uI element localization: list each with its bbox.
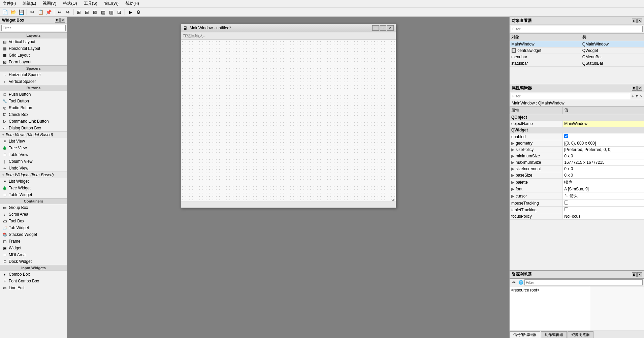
prop-row-objectname[interactable]: objectName MainWindow [510,121,644,127]
section-input-widgets[interactable]: Input Widgets [0,265,67,271]
widget-vertical-spacer[interactable]: ↕ Vertical Spacer [0,78,67,85]
canvas-area[interactable]: 🖥 MainWindow - untitled* ─ □ ✕ 在这里输入... … [67,17,509,338]
menu-edit[interactable]: 编辑(E) [21,0,37,7]
toolbar-new[interactable]: 📄 [1,8,9,16]
section-containers[interactable]: Containers [0,198,67,204]
object-inspector-filter-input[interactable] [511,26,643,32]
prop-mousetracking-checkbox[interactable] [564,201,568,205]
section-item-widgets[interactable]: ▾ Item Widgets (Item-Based) [0,172,67,178]
prop-row-mousetracking[interactable]: mouseTracking [510,200,644,207]
prop-row-sizeincrement[interactable]: ▶sizeIncrement 0 x 0 [510,166,644,172]
basesize-expand[interactable]: ▶ [511,173,514,178]
widget-group-box[interactable]: ▭ Group Box [0,204,67,211]
toolbar-layout3[interactable]: ⊠ [91,8,99,16]
menu-view[interactable]: 视图(V) [41,0,58,7]
widget-list-view[interactable]: ≡ List View [0,138,67,145]
widget-push-button[interactable]: □ Push Button [0,91,67,98]
toolbar-layout4[interactable]: ▤ [99,8,107,16]
toolbar-settings[interactable]: ⚙ [135,8,142,16]
widget-form-layout[interactable]: ▧ Form Layout [0,59,67,65]
widget-tab-widget[interactable]: 📑 Tab Widget [0,224,67,231]
widget-stacked-widget[interactable]: 📚 Stacked Widget [0,231,67,238]
prop-tablettracking-checkbox[interactable] [564,207,568,211]
widget-tool-button[interactable]: 🔧 Tool Button [0,98,67,104]
toolbar-undo[interactable]: ↩ [56,8,63,16]
widget-tree-widget[interactable]: 🌲 Tree Widget [0,185,67,191]
widget-table-widget[interactable]: ⊞ Table Widget [0,191,67,198]
widget-list-widget[interactable]: ≡ List Widget [0,178,67,185]
widget-check-box[interactable]: ☑ Check Box [0,111,67,118]
sizepolicy-expand[interactable]: ▶ [511,147,514,152]
widget-tool-box[interactable]: 🗃 Tool Box [0,218,67,224]
widget-table-view[interactable]: ⊞ Table View [0,151,67,158]
menu-file[interactable]: 文件(F) [1,0,17,7]
form-minimize-btn[interactable]: ─ [372,25,379,31]
toolbar-copy[interactable]: 📋 [37,8,44,16]
prop-row-minimumsize[interactable]: ▶minimumSize 0 x 0 [510,153,644,159]
widget-line-edit[interactable]: ▭ Line Edit [0,284,67,291]
section-buttons[interactable]: Buttons [0,85,67,91]
prop-value-tablettracking[interactable] [563,207,644,213]
resource-browser-close-btn[interactable]: ✕ [637,272,642,277]
section-spacers[interactable]: Spacers [0,65,67,71]
object-inspector-close-btn[interactable]: ✕ [637,19,642,23]
maximumsize-expand[interactable]: ▶ [511,160,514,165]
widget-combo-box[interactable]: ▾ Combo Box [0,271,67,278]
widget-box-close-btn[interactable]: ✕ [60,18,65,23]
toolbar-open[interactable]: 📂 [9,8,17,16]
widget-horizontal-layout[interactable]: ▥ Horizontal Layout [0,45,67,52]
prop-row-enabled[interactable]: enabled [510,133,644,140]
minimumsize-expand[interactable]: ▶ [511,154,514,158]
widget-radio-button[interactable]: ◎ Radio Button [0,104,67,111]
widget-vertical-layout[interactable]: ▤ Vertical Layout [0,38,67,45]
resize-handle[interactable]: ◢ [392,197,395,201]
widget-command-link-button[interactable]: ▷ Command Link Button [0,118,67,125]
prop-row-palette[interactable]: ▶palette 继承 [510,179,644,186]
toolbar-layout1[interactable]: ⊞ [75,8,83,16]
geometry-expand[interactable]: ▶ [511,141,514,146]
resource-browser-float-btn[interactable]: ⊟ [632,272,637,277]
property-filter-input[interactable] [511,93,630,99]
widget-box-float-btn[interactable]: ⊟ [55,18,60,23]
widget-frame[interactable]: ▢ Frame [0,238,67,245]
prop-row-maximumsize[interactable]: ▶maximumSize 16777215 x 16777215 [510,159,644,166]
prop-enabled-checkbox[interactable] [564,134,568,138]
toolbar-cut[interactable]: ✂ [29,8,36,16]
section-item-views[interactable]: ▾ Item Views (Model-Based) [0,131,67,138]
menu-window[interactable]: 窗口(W) [103,0,120,7]
property-editor-close-btn[interactable]: ✕ [637,86,642,91]
toolbar-preview[interactable]: ▶ [127,8,134,16]
toolbar-redo[interactable]: ↪ [64,8,71,16]
toolbar-layout5[interactable]: ▥ [107,8,115,16]
cursor-expand[interactable]: ▶ [511,194,514,198]
tab-resource-browser[interactable]: 资源浏览器 [568,331,593,338]
prop-row-focuspolicy[interactable]: focusPolicy NoFocus [510,213,644,220]
property-add-btn[interactable]: + [632,93,634,99]
widget-horizontal-spacer[interactable]: ↔ Horizontal Spacer [0,71,67,78]
widget-box-filter-input[interactable] [1,25,66,31]
widget-grid-layout[interactable]: ▦ Grid Layout [0,52,67,59]
widget-dialog-button-box[interactable]: ▭ Dialog Button Box [0,125,67,131]
prop-row-tablettracking[interactable]: tabletTracking [510,207,644,213]
form-close-btn[interactable]: ✕ [387,25,394,31]
sizeincrement-expand[interactable]: ▶ [511,166,514,171]
prop-row-cursor[interactable]: ▶cursor ↖ 箭头 [510,192,644,200]
property-opt-btn[interactable]: ⚙ [636,94,639,98]
resource-refresh-btn[interactable]: 🌐 [518,279,524,285]
obj-row-statusbar[interactable]: statusbar QStatusBar [510,60,644,67]
obj-row-mainwindow[interactable]: MainWindow QMainWindow [510,41,644,48]
font-expand[interactable]: ▶ [511,187,514,191]
menu-help[interactable]: 帮助(H) [124,0,140,7]
resource-filter-input[interactable] [524,279,643,285]
form-body[interactable]: ◢ [181,40,396,202]
prop-row-basesize[interactable]: ▶baseSize 0 x 0 [510,172,644,179]
toolbar-layout2[interactable]: ⊟ [83,8,91,16]
widget-scroll-area[interactable]: ↕ Scroll Area [0,211,67,218]
palette-expand[interactable]: ▶ [511,180,514,185]
form-maximize-btn[interactable]: □ [380,25,386,31]
property-close-btn2[interactable]: ✕ [640,94,643,98]
widget-font-combo-box[interactable]: F Font Combo Box [0,278,67,284]
prop-value-mousetracking[interactable] [563,200,644,207]
widget-mdi-area[interactable]: ⊞ MDI Area [0,251,67,258]
object-inspector-float-btn[interactable]: ⊟ [632,19,637,23]
